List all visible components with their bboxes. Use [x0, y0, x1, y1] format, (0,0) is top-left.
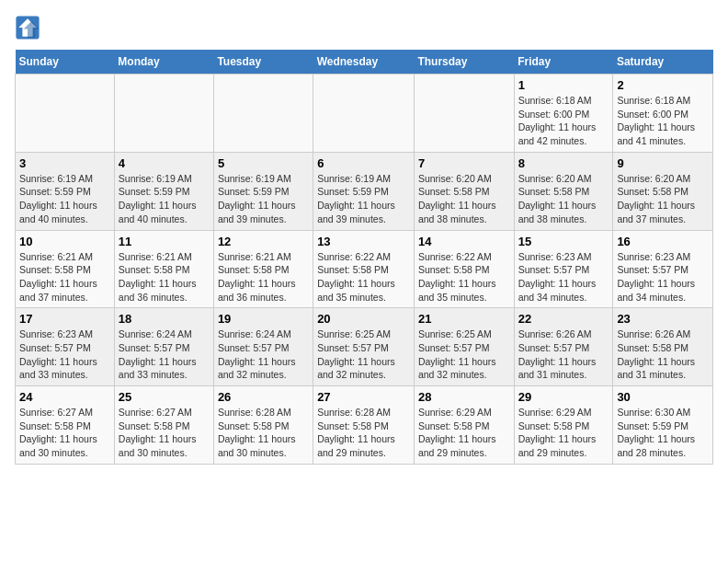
- page-header: [15, 15, 713, 40]
- day-info: Sunrise: 6:25 AM Sunset: 5:57 PM Dayligh…: [317, 327, 410, 382]
- header-tuesday: Tuesday: [213, 50, 313, 75]
- calendar-cell: 23Sunrise: 6:26 AM Sunset: 5:58 PM Dayli…: [613, 308, 713, 386]
- header-thursday: Thursday: [414, 50, 514, 75]
- calendar-cell: 19Sunrise: 6:24 AM Sunset: 5:57 PM Dayli…: [213, 308, 313, 386]
- day-info: Sunrise: 6:24 AM Sunset: 5:57 PM Dayligh…: [218, 327, 309, 382]
- day-number: 26: [218, 390, 309, 404]
- day-info: Sunrise: 6:28 AM Sunset: 5:58 PM Dayligh…: [317, 406, 410, 460]
- calendar-cell: 21Sunrise: 6:25 AM Sunset: 5:57 PM Dayli…: [414, 308, 514, 386]
- day-info: Sunrise: 6:28 AM Sunset: 5:58 PM Dayligh…: [218, 406, 309, 460]
- calendar-cell: 6Sunrise: 6:19 AM Sunset: 5:59 PM Daylig…: [313, 152, 415, 230]
- day-number: 5: [218, 156, 309, 170]
- calendar-cell: 11Sunrise: 6:21 AM Sunset: 5:58 PM Dayli…: [114, 230, 213, 308]
- day-info: Sunrise: 6:19 AM Sunset: 5:59 PM Dayligh…: [317, 172, 410, 226]
- calendar-header-row: SundayMondayTuesdayWednesdayThursdayFrid…: [16, 50, 713, 75]
- calendar-cell: 15Sunrise: 6:23 AM Sunset: 5:57 PM Dayli…: [514, 230, 613, 308]
- calendar-cell: 7Sunrise: 6:20 AM Sunset: 5:58 PM Daylig…: [414, 152, 514, 230]
- logo: [15, 15, 44, 40]
- day-info: Sunrise: 6:27 AM Sunset: 5:58 PM Dayligh…: [119, 406, 210, 460]
- day-info: Sunrise: 6:30 AM Sunset: 5:59 PM Dayligh…: [617, 406, 709, 460]
- calendar-cell: [16, 75, 115, 153]
- day-number: 13: [317, 235, 410, 248]
- day-info: Sunrise: 6:21 AM Sunset: 5:58 PM Dayligh…: [218, 250, 309, 304]
- calendar-week-row: 1Sunrise: 6:18 AM Sunset: 6:00 PM Daylig…: [16, 75, 713, 153]
- day-number: 29: [518, 390, 609, 404]
- calendar-cell: 3Sunrise: 6:19 AM Sunset: 5:59 PM Daylig…: [16, 152, 115, 230]
- calendar-cell: 5Sunrise: 6:19 AM Sunset: 5:59 PM Daylig…: [213, 152, 313, 230]
- calendar-table: SundayMondayTuesdayWednesdayThursdayFrid…: [15, 50, 713, 465]
- calendar-cell: 24Sunrise: 6:27 AM Sunset: 5:58 PM Dayli…: [16, 386, 115, 465]
- day-info: Sunrise: 6:23 AM Sunset: 5:57 PM Dayligh…: [19, 327, 110, 382]
- day-info: Sunrise: 6:20 AM Sunset: 5:58 PM Dayligh…: [418, 172, 510, 226]
- calendar-week-row: 3Sunrise: 6:19 AM Sunset: 5:59 PM Daylig…: [16, 152, 713, 230]
- calendar-cell: 12Sunrise: 6:21 AM Sunset: 5:58 PM Dayli…: [213, 230, 313, 308]
- day-number: 22: [518, 312, 609, 326]
- calendar-cell: 13Sunrise: 6:22 AM Sunset: 5:58 PM Dayli…: [313, 230, 415, 308]
- day-number: 11: [119, 235, 210, 248]
- day-number: 21: [418, 312, 510, 326]
- calendar-week-row: 10Sunrise: 6:21 AM Sunset: 5:58 PM Dayli…: [16, 230, 713, 308]
- day-number: 1: [518, 78, 609, 92]
- calendar-cell: [114, 75, 213, 153]
- calendar-cell: 4Sunrise: 6:19 AM Sunset: 5:59 PM Daylig…: [114, 152, 213, 230]
- day-number: 24: [19, 390, 110, 404]
- calendar-cell: 20Sunrise: 6:25 AM Sunset: 5:57 PM Dayli…: [313, 308, 415, 386]
- calendar-cell: 18Sunrise: 6:24 AM Sunset: 5:57 PM Dayli…: [114, 308, 213, 386]
- day-info: Sunrise: 6:26 AM Sunset: 5:58 PM Dayligh…: [617, 327, 709, 382]
- calendar-week-row: 24Sunrise: 6:27 AM Sunset: 5:58 PM Dayli…: [16, 386, 713, 465]
- calendar-cell: 30Sunrise: 6:30 AM Sunset: 5:59 PM Dayli…: [613, 386, 713, 465]
- calendar-cell: 16Sunrise: 6:23 AM Sunset: 5:57 PM Dayli…: [613, 230, 713, 308]
- day-info: Sunrise: 6:19 AM Sunset: 5:59 PM Dayligh…: [19, 172, 110, 226]
- day-info: Sunrise: 6:26 AM Sunset: 5:57 PM Dayligh…: [518, 327, 609, 382]
- calendar-week-row: 17Sunrise: 6:23 AM Sunset: 5:57 PM Dayli…: [16, 308, 713, 386]
- calendar-cell: 27Sunrise: 6:28 AM Sunset: 5:58 PM Dayli…: [313, 386, 415, 465]
- day-number: 30: [617, 390, 709, 404]
- header-sunday: Sunday: [16, 50, 115, 75]
- day-number: 23: [617, 312, 709, 326]
- day-number: 2: [617, 78, 709, 92]
- calendar-cell: 2Sunrise: 6:18 AM Sunset: 6:00 PM Daylig…: [613, 75, 713, 153]
- calendar-cell: 25Sunrise: 6:27 AM Sunset: 5:58 PM Dayli…: [114, 386, 213, 465]
- day-info: Sunrise: 6:27 AM Sunset: 5:58 PM Dayligh…: [19, 406, 110, 460]
- calendar-cell: 29Sunrise: 6:29 AM Sunset: 5:58 PM Dayli…: [514, 386, 613, 465]
- day-number: 28: [418, 390, 510, 404]
- day-number: 7: [418, 156, 510, 170]
- calendar-cell: 22Sunrise: 6:26 AM Sunset: 5:57 PM Dayli…: [514, 308, 613, 386]
- day-info: Sunrise: 6:20 AM Sunset: 5:58 PM Dayligh…: [518, 172, 609, 226]
- day-number: 6: [317, 156, 410, 170]
- calendar-cell: 1Sunrise: 6:18 AM Sunset: 6:00 PM Daylig…: [514, 75, 613, 153]
- day-info: Sunrise: 6:29 AM Sunset: 5:58 PM Dayligh…: [518, 406, 609, 460]
- day-info: Sunrise: 6:29 AM Sunset: 5:58 PM Dayligh…: [418, 406, 510, 460]
- day-number: 3: [19, 156, 110, 170]
- header-friday: Friday: [514, 50, 613, 75]
- header-saturday: Saturday: [613, 50, 713, 75]
- day-number: 10: [19, 235, 110, 248]
- logo-icon: [15, 15, 40, 40]
- day-info: Sunrise: 6:18 AM Sunset: 6:00 PM Dayligh…: [518, 94, 609, 148]
- day-number: 20: [317, 312, 410, 326]
- day-number: 8: [518, 156, 609, 170]
- day-info: Sunrise: 6:21 AM Sunset: 5:58 PM Dayligh…: [119, 250, 210, 304]
- day-number: 17: [19, 312, 110, 326]
- day-number: 9: [617, 156, 709, 170]
- day-info: Sunrise: 6:23 AM Sunset: 5:57 PM Dayligh…: [617, 250, 709, 304]
- day-info: Sunrise: 6:25 AM Sunset: 5:57 PM Dayligh…: [418, 327, 510, 382]
- day-info: Sunrise: 6:21 AM Sunset: 5:58 PM Dayligh…: [19, 250, 110, 304]
- day-number: 12: [218, 235, 309, 248]
- day-number: 25: [119, 390, 210, 404]
- header-monday: Monday: [114, 50, 213, 75]
- calendar-cell: 28Sunrise: 6:29 AM Sunset: 5:58 PM Dayli…: [414, 386, 514, 465]
- calendar-cell: 9Sunrise: 6:20 AM Sunset: 5:58 PM Daylig…: [613, 152, 713, 230]
- day-number: 15: [518, 235, 609, 248]
- day-info: Sunrise: 6:18 AM Sunset: 6:00 PM Dayligh…: [617, 94, 709, 148]
- day-number: 16: [617, 235, 709, 248]
- calendar-cell: 8Sunrise: 6:20 AM Sunset: 5:58 PM Daylig…: [514, 152, 613, 230]
- calendar-cell: [414, 75, 514, 153]
- day-number: 4: [119, 156, 210, 170]
- day-info: Sunrise: 6:24 AM Sunset: 5:57 PM Dayligh…: [119, 327, 210, 382]
- calendar-cell: [313, 75, 415, 153]
- calendar-cell: 14Sunrise: 6:22 AM Sunset: 5:58 PM Dayli…: [414, 230, 514, 308]
- day-number: 18: [119, 312, 210, 326]
- day-number: 27: [317, 390, 410, 404]
- day-info: Sunrise: 6:22 AM Sunset: 5:58 PM Dayligh…: [317, 250, 410, 304]
